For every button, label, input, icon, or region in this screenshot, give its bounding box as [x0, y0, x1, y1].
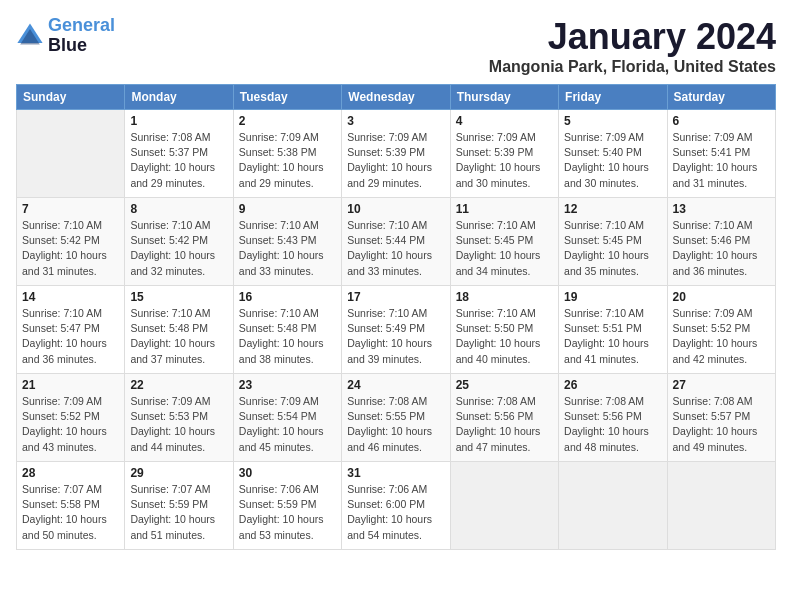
day-detail: Sunrise: 7:07 AM Sunset: 5:59 PM Dayligh…: [130, 482, 227, 543]
day-number: 31: [347, 466, 444, 480]
calendar-cell: 25Sunrise: 7:08 AM Sunset: 5:56 PM Dayli…: [450, 374, 558, 462]
calendar-cell: 8Sunrise: 7:10 AM Sunset: 5:42 PM Daylig…: [125, 198, 233, 286]
calendar-cell: 21Sunrise: 7:09 AM Sunset: 5:52 PM Dayli…: [17, 374, 125, 462]
day-detail: Sunrise: 7:10 AM Sunset: 5:49 PM Dayligh…: [347, 306, 444, 367]
day-detail: Sunrise: 7:08 AM Sunset: 5:37 PM Dayligh…: [130, 130, 227, 191]
day-detail: Sunrise: 7:10 AM Sunset: 5:45 PM Dayligh…: [564, 218, 661, 279]
calendar-day-header: Saturday: [667, 85, 775, 110]
day-detail: Sunrise: 7:10 AM Sunset: 5:48 PM Dayligh…: [130, 306, 227, 367]
calendar-day-header: Thursday: [450, 85, 558, 110]
calendar-cell: [559, 462, 667, 550]
calendar-day-header: Sunday: [17, 85, 125, 110]
calendar-cell: 20Sunrise: 7:09 AM Sunset: 5:52 PM Dayli…: [667, 286, 775, 374]
day-number: 9: [239, 202, 336, 216]
day-number: 7: [22, 202, 119, 216]
calendar-cell: 18Sunrise: 7:10 AM Sunset: 5:50 PM Dayli…: [450, 286, 558, 374]
calendar-day-header: Friday: [559, 85, 667, 110]
calendar-cell: 14Sunrise: 7:10 AM Sunset: 5:47 PM Dayli…: [17, 286, 125, 374]
day-number: 17: [347, 290, 444, 304]
logo: General Blue: [16, 16, 115, 56]
calendar-cell: 15Sunrise: 7:10 AM Sunset: 5:48 PM Dayli…: [125, 286, 233, 374]
day-detail: Sunrise: 7:06 AM Sunset: 6:00 PM Dayligh…: [347, 482, 444, 543]
calendar-cell: 26Sunrise: 7:08 AM Sunset: 5:56 PM Dayli…: [559, 374, 667, 462]
day-detail: Sunrise: 7:06 AM Sunset: 5:59 PM Dayligh…: [239, 482, 336, 543]
day-detail: Sunrise: 7:08 AM Sunset: 5:56 PM Dayligh…: [456, 394, 553, 455]
day-detail: Sunrise: 7:10 AM Sunset: 5:42 PM Dayligh…: [130, 218, 227, 279]
calendar-cell: [450, 462, 558, 550]
day-number: 14: [22, 290, 119, 304]
day-number: 5: [564, 114, 661, 128]
calendar-cell: 12Sunrise: 7:10 AM Sunset: 5:45 PM Dayli…: [559, 198, 667, 286]
logo-icon: [16, 22, 44, 50]
day-number: 8: [130, 202, 227, 216]
day-detail: Sunrise: 7:10 AM Sunset: 5:42 PM Dayligh…: [22, 218, 119, 279]
day-number: 11: [456, 202, 553, 216]
calendar-cell: 5Sunrise: 7:09 AM Sunset: 5:40 PM Daylig…: [559, 110, 667, 198]
calendar-week-row: 7Sunrise: 7:10 AM Sunset: 5:42 PM Daylig…: [17, 198, 776, 286]
day-number: 13: [673, 202, 770, 216]
day-detail: Sunrise: 7:09 AM Sunset: 5:52 PM Dayligh…: [22, 394, 119, 455]
day-detail: Sunrise: 7:09 AM Sunset: 5:53 PM Dayligh…: [130, 394, 227, 455]
day-number: 22: [130, 378, 227, 392]
calendar-cell: 29Sunrise: 7:07 AM Sunset: 5:59 PM Dayli…: [125, 462, 233, 550]
calendar-cell: 1Sunrise: 7:08 AM Sunset: 5:37 PM Daylig…: [125, 110, 233, 198]
day-detail: Sunrise: 7:10 AM Sunset: 5:46 PM Dayligh…: [673, 218, 770, 279]
calendar-cell: 27Sunrise: 7:08 AM Sunset: 5:57 PM Dayli…: [667, 374, 775, 462]
calendar-cell: 17Sunrise: 7:10 AM Sunset: 5:49 PM Dayli…: [342, 286, 450, 374]
day-detail: Sunrise: 7:10 AM Sunset: 5:47 PM Dayligh…: [22, 306, 119, 367]
page-header: General Blue January 2024 Mangonia Park,…: [16, 16, 776, 76]
day-detail: Sunrise: 7:09 AM Sunset: 5:38 PM Dayligh…: [239, 130, 336, 191]
day-detail: Sunrise: 7:10 AM Sunset: 5:51 PM Dayligh…: [564, 306, 661, 367]
day-detail: Sunrise: 7:08 AM Sunset: 5:55 PM Dayligh…: [347, 394, 444, 455]
calendar-week-row: 14Sunrise: 7:10 AM Sunset: 5:47 PM Dayli…: [17, 286, 776, 374]
calendar-cell: 9Sunrise: 7:10 AM Sunset: 5:43 PM Daylig…: [233, 198, 341, 286]
calendar-table: SundayMondayTuesdayWednesdayThursdayFrid…: [16, 84, 776, 550]
day-number: 20: [673, 290, 770, 304]
day-number: 26: [564, 378, 661, 392]
calendar-week-row: 1Sunrise: 7:08 AM Sunset: 5:37 PM Daylig…: [17, 110, 776, 198]
day-detail: Sunrise: 7:08 AM Sunset: 5:56 PM Dayligh…: [564, 394, 661, 455]
day-detail: Sunrise: 7:10 AM Sunset: 5:45 PM Dayligh…: [456, 218, 553, 279]
calendar-cell: 22Sunrise: 7:09 AM Sunset: 5:53 PM Dayli…: [125, 374, 233, 462]
day-detail: Sunrise: 7:10 AM Sunset: 5:48 PM Dayligh…: [239, 306, 336, 367]
day-number: 18: [456, 290, 553, 304]
calendar-cell: 2Sunrise: 7:09 AM Sunset: 5:38 PM Daylig…: [233, 110, 341, 198]
calendar-cell: 11Sunrise: 7:10 AM Sunset: 5:45 PM Dayli…: [450, 198, 558, 286]
day-number: 16: [239, 290, 336, 304]
day-number: 28: [22, 466, 119, 480]
day-number: 1: [130, 114, 227, 128]
day-number: 6: [673, 114, 770, 128]
day-number: 25: [456, 378, 553, 392]
calendar-cell: 16Sunrise: 7:10 AM Sunset: 5:48 PM Dayli…: [233, 286, 341, 374]
day-number: 19: [564, 290, 661, 304]
calendar-cell: 6Sunrise: 7:09 AM Sunset: 5:41 PM Daylig…: [667, 110, 775, 198]
day-number: 29: [130, 466, 227, 480]
day-detail: Sunrise: 7:07 AM Sunset: 5:58 PM Dayligh…: [22, 482, 119, 543]
day-number: 4: [456, 114, 553, 128]
location: Mangonia Park, Florida, United States: [489, 58, 776, 76]
calendar-cell: 3Sunrise: 7:09 AM Sunset: 5:39 PM Daylig…: [342, 110, 450, 198]
day-number: 30: [239, 466, 336, 480]
calendar-day-header: Wednesday: [342, 85, 450, 110]
calendar-cell: 4Sunrise: 7:09 AM Sunset: 5:39 PM Daylig…: [450, 110, 558, 198]
day-detail: Sunrise: 7:09 AM Sunset: 5:41 PM Dayligh…: [673, 130, 770, 191]
day-number: 21: [22, 378, 119, 392]
logo-text: General Blue: [48, 16, 115, 56]
day-detail: Sunrise: 7:10 AM Sunset: 5:50 PM Dayligh…: [456, 306, 553, 367]
calendar-week-row: 28Sunrise: 7:07 AM Sunset: 5:58 PM Dayli…: [17, 462, 776, 550]
day-detail: Sunrise: 7:10 AM Sunset: 5:44 PM Dayligh…: [347, 218, 444, 279]
calendar-cell: 30Sunrise: 7:06 AM Sunset: 5:59 PM Dayli…: [233, 462, 341, 550]
title-block: January 2024 Mangonia Park, Florida, Uni…: [489, 16, 776, 76]
month-title: January 2024: [489, 16, 776, 58]
calendar-cell: [17, 110, 125, 198]
calendar-cell: 10Sunrise: 7:10 AM Sunset: 5:44 PM Dayli…: [342, 198, 450, 286]
day-number: 3: [347, 114, 444, 128]
calendar-cell: 7Sunrise: 7:10 AM Sunset: 5:42 PM Daylig…: [17, 198, 125, 286]
calendar-day-header: Tuesday: [233, 85, 341, 110]
day-number: 23: [239, 378, 336, 392]
calendar-cell: 28Sunrise: 7:07 AM Sunset: 5:58 PM Dayli…: [17, 462, 125, 550]
calendar-header-row: SundayMondayTuesdayWednesdayThursdayFrid…: [17, 85, 776, 110]
calendar-cell: 31Sunrise: 7:06 AM Sunset: 6:00 PM Dayli…: [342, 462, 450, 550]
day-number: 2: [239, 114, 336, 128]
calendar-cell: 24Sunrise: 7:08 AM Sunset: 5:55 PM Dayli…: [342, 374, 450, 462]
